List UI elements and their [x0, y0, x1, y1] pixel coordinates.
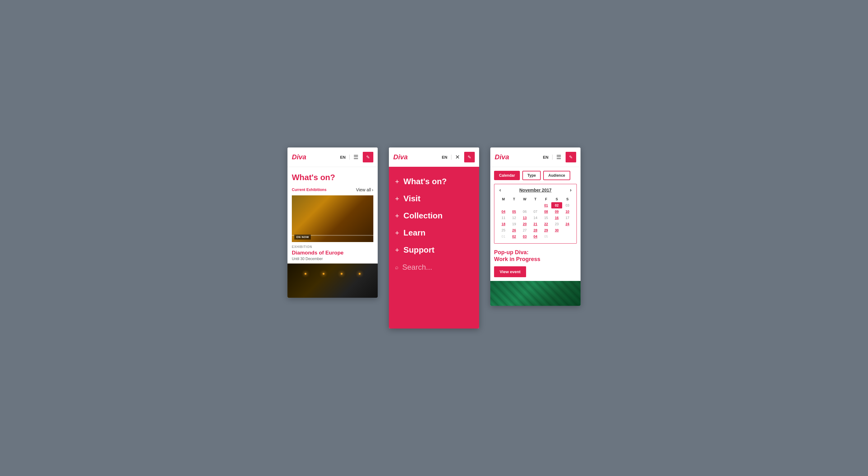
calendar-row-5: 0102030405: [498, 233, 573, 240]
menu-item-label: Support: [404, 245, 435, 255]
cal-day: 07: [530, 209, 541, 215]
cal-day: 06: [520, 209, 530, 215]
cal-day: [562, 233, 573, 240]
cal-day[interactable]: 24: [562, 221, 573, 227]
cal-day: [520, 202, 530, 209]
event-title: Pop-up Diva: Work in Progress: [490, 247, 581, 264]
plus-icon: +: [395, 230, 399, 236]
calendar-nav: ‹ November 2017 ›: [498, 184, 573, 196]
pencil-button[interactable]: ✎: [566, 152, 576, 162]
calendar-row-2: 11121314151617: [498, 215, 573, 221]
calendar-month-label[interactable]: November 2017: [519, 188, 552, 193]
cal-day[interactable]: 04: [530, 233, 541, 240]
cal-day[interactable]: 29: [541, 227, 551, 233]
phones-container: Diva EN ☰ ✎ What's on? Current Exhibitio…: [287, 148, 581, 328]
section-label: Current Exhibitions: [292, 188, 327, 192]
gem-pattern-decoration: [490, 281, 581, 306]
cal-day[interactable]: 01: [541, 202, 551, 209]
page-title: What's on?: [292, 173, 373, 182]
cal-day[interactable]: 20: [520, 221, 530, 227]
filter-audience[interactable]: Audience: [543, 171, 570, 180]
calendar-row-1: 04050607080910: [498, 209, 573, 215]
next-month-arrow[interactable]: ›: [570, 187, 571, 193]
cal-day: 15: [541, 215, 551, 221]
calendar-row-0: 010203: [498, 202, 573, 209]
menu-item-support[interactable]: + Support: [395, 242, 473, 258]
phone3-logo: Diva: [495, 153, 540, 161]
menu-item-whats-on[interactable]: + What's on?: [395, 173, 473, 190]
filter-row: Calendar Type Audience: [490, 167, 581, 184]
cal-day[interactable]: 02: [551, 202, 562, 209]
theatre-light-1: [305, 273, 306, 275]
phone1-header-divider: [349, 155, 350, 160]
phone1-header: Diva EN ☰ ✎: [287, 148, 378, 167]
cal-day: 19: [509, 221, 519, 227]
cal-day[interactable]: 18: [498, 221, 509, 227]
cal-day: [509, 202, 519, 209]
pencil-button[interactable]: ✎: [363, 152, 373, 162]
phone3-header: Diva EN ☰ ✎: [490, 148, 581, 167]
view-event-button[interactable]: View event: [494, 266, 526, 277]
menu-item-learn[interactable]: + Learn: [395, 224, 473, 242]
calendar-row-3: 18192021222324: [498, 221, 573, 227]
phone-calendar: Diva EN ☰ ✎ Calendar Type Audience ‹ Nov…: [490, 148, 581, 306]
phone1-logo: Diva: [292, 153, 338, 161]
cal-day: 03: [562, 202, 573, 209]
cal-day[interactable]: 08: [541, 209, 551, 215]
event-title-line1: Pop-up Diva:: [490, 247, 581, 256]
menu-item-label: What's on?: [404, 177, 447, 186]
cal-day: 11: [498, 215, 509, 221]
search-row[interactable]: ⌕ Search...: [395, 258, 473, 276]
cal-day[interactable]: 28: [530, 227, 541, 233]
cal-day[interactable]: 03: [520, 233, 530, 240]
cal-day[interactable]: 26: [509, 227, 519, 233]
cal-day[interactable]: 09: [551, 209, 562, 215]
chevron-right-icon: ›: [372, 187, 373, 192]
menu-item-collection[interactable]: + Collection: [395, 207, 473, 224]
search-icon: ⌕: [395, 264, 399, 271]
calendar-widget: ‹ November 2017 › MTWTFSS010203040506070…: [494, 184, 577, 244]
plus-icon: +: [395, 247, 399, 254]
theatre-lights-decoration: [297, 273, 369, 275]
cal-day: 17: [562, 215, 573, 221]
cal-day[interactable]: 30: [551, 227, 562, 233]
menu-item-label: Collection: [404, 211, 443, 221]
phone2-header: Diva EN ✕ ✎: [389, 148, 479, 167]
view-all-link[interactable]: View all ›: [356, 187, 373, 192]
cal-day[interactable]: 13: [520, 215, 530, 221]
pencil-button[interactable]: ✎: [464, 152, 475, 162]
exhibition-image: ON NOW: [292, 195, 373, 242]
cal-day[interactable]: 21: [530, 221, 541, 227]
exhibit-date: Until 30 December: [292, 257, 373, 261]
calendar-grid: MTWTFSS010203040506070809101112131415161…: [498, 196, 573, 240]
cal-day: [562, 227, 573, 233]
plus-icon: +: [395, 213, 399, 219]
cal-day: [530, 202, 541, 209]
filter-calendar[interactable]: Calendar: [494, 171, 520, 180]
calendar-row-4: 252627282930: [498, 227, 573, 233]
phone3-header-divider: [552, 155, 553, 160]
cal-day: 12: [509, 215, 519, 221]
cal-day[interactable]: 10: [562, 209, 573, 215]
cal-day[interactable]: 02: [509, 233, 519, 240]
hamburger-icon[interactable]: ☰: [353, 154, 359, 161]
cal-day: 01: [498, 233, 509, 240]
cal-day[interactable]: 22: [541, 221, 551, 227]
menu-item-visit[interactable]: + Visit: [395, 190, 473, 207]
on-now-badge: ON NOW: [294, 234, 311, 240]
prev-month-arrow[interactable]: ‹: [499, 187, 501, 193]
exhibit-info: EXHIBITION Diamonds of Europe Until 30 D…: [292, 242, 373, 263]
cal-day: [498, 202, 509, 209]
exhibit-name[interactable]: Diamonds of Europe: [292, 250, 373, 256]
event-title-line2: Work in Progress: [490, 256, 581, 265]
hamburger-icon[interactable]: ☰: [556, 154, 561, 161]
filter-type[interactable]: Type: [522, 171, 541, 180]
phone2-lang: EN: [442, 155, 447, 160]
cal-day: 05: [541, 233, 551, 240]
cal-day[interactable]: 04: [498, 209, 509, 215]
cal-day[interactable]: 16: [551, 215, 562, 221]
close-icon[interactable]: ✕: [455, 154, 460, 161]
phone-menu: Diva EN ✕ ✎ + What's on? + Visit + Colle…: [389, 148, 479, 328]
nav-menu: + What's on? + Visit + Collection + Lear…: [389, 167, 479, 328]
cal-day[interactable]: 05: [509, 209, 519, 215]
